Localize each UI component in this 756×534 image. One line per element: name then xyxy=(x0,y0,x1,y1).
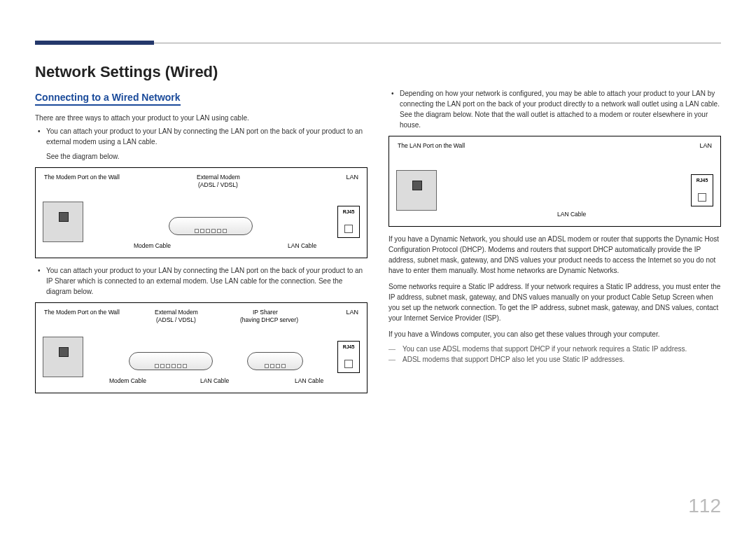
right-column: Depending on how your network is configu… xyxy=(388,63,721,400)
label-ip-sharer: IP Sharer xyxy=(253,309,278,316)
page-number: 112 xyxy=(688,495,721,517)
method-3-text: Depending on how your network is configu… xyxy=(400,90,720,108)
method-3-text-b: See the diagram below. Note that the wal… xyxy=(400,111,708,129)
label-ext-modem-2: External Modem xyxy=(155,309,198,316)
label-adsl-vdsl-2: (ADSL / VDSL) xyxy=(156,316,196,323)
wall-plate-icon-2 xyxy=(43,337,83,377)
label-rj45-3: RJ45 xyxy=(692,178,713,183)
label-rj45: RJ45 xyxy=(338,209,359,214)
diagram-1: The Modem Port on the Wall External Mode… xyxy=(35,167,368,258)
page-title: Network Settings (Wired) xyxy=(35,63,368,81)
label-wall-lan: The LAN Port on the Wall xyxy=(398,142,465,149)
lan-port-icon: RJ45 xyxy=(337,206,360,238)
lan-port-icon-2: RJ45 xyxy=(337,341,360,373)
ip-sharer-icon xyxy=(247,352,303,370)
label-modem-cable: Modem Cable xyxy=(134,242,171,249)
header-accent-bar xyxy=(35,41,154,45)
label-adsl-vdsl: (ADSL / VDSL) xyxy=(198,181,238,188)
method-1: You can attach your product to your LAN … xyxy=(46,126,368,147)
label-wall-modem: The Modem Port on the Wall xyxy=(44,174,120,181)
wall-plate-icon xyxy=(43,202,83,242)
section-subtitle: Connecting to a Wired Network xyxy=(35,92,181,106)
see-diagram-1: See the diagram below. xyxy=(35,151,368,162)
diagram-3: The LAN Port on the Wall LAN RJ45 LAN Ca… xyxy=(388,136,721,227)
label-lan-2: LAN xyxy=(346,309,358,316)
label-lan-cable: LAN Cable xyxy=(288,242,316,249)
method-list-2: You can attach your product to your LAN … xyxy=(35,265,368,297)
method-list: You can attach your product to your LAN … xyxy=(35,126,368,147)
header-thin-rule xyxy=(154,43,721,43)
dhcp-paragraph: If you have a Dynamic Network, you shoul… xyxy=(388,234,721,276)
header-rule xyxy=(35,41,721,45)
intro-text: There are three ways to attach your prod… xyxy=(35,113,368,123)
wall-plate-icon-3 xyxy=(396,170,437,211)
static-ip-paragraph: Some networks require a Static IP addres… xyxy=(388,281,721,323)
label-lan-cable-2b: LAN Cable xyxy=(295,377,323,384)
label-ext-modem: External Modem xyxy=(197,174,240,181)
label-lan-cable-2a: LAN Cable xyxy=(200,377,229,384)
method-3: Depending on how your network is configu… xyxy=(400,88,721,130)
label-lan-3: LAN xyxy=(699,142,712,149)
label-rj45-2: RJ45 xyxy=(338,344,359,349)
footnote-1: You can use ADSL modems that support DHC… xyxy=(388,345,721,353)
modem-icon-2 xyxy=(129,352,213,370)
label-wall-modem-2: The Modem Port on the Wall xyxy=(44,309,120,316)
label-lan-cable-3: LAN Cable xyxy=(557,211,586,218)
modem-icon xyxy=(169,217,253,235)
label-dhcp: (having DHCP server) xyxy=(240,316,298,323)
label-modem-cable-2: Modem Cable xyxy=(109,377,146,384)
label-lan: LAN xyxy=(346,174,358,181)
windows-paragraph: If you have a Windows computer, you can … xyxy=(388,329,721,339)
method-list-3: Depending on how your network is configu… xyxy=(388,88,721,130)
lan-port-icon-3: RJ45 xyxy=(691,174,713,206)
diagram-2: The Modem Port on the Wall External Mode… xyxy=(35,302,368,393)
method-2: You can attach your product to your LAN … xyxy=(46,265,368,297)
footnote-2: ADSL modems that support DHCP also let y… xyxy=(388,356,721,363)
left-column: Network Settings (Wired) Connecting to a… xyxy=(35,63,368,400)
